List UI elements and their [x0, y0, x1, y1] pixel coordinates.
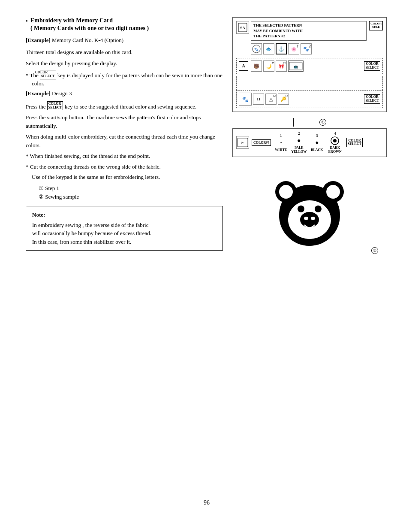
left-column: • Embroidery with Memory Card ( Memory C… — [26, 17, 223, 258]
color-item-3: 3 ♦ BLACK — [309, 133, 325, 152]
icon4: 🌸4 4 — [288, 43, 299, 54]
color-item-1: 1 ·· WHITE — [273, 133, 289, 152]
icon-b1: 11 — [253, 94, 264, 105]
middle-spacer — [236, 76, 383, 90]
dashed-section1: A 🐻 🌙9 9 🎀 10 — [236, 58, 383, 74]
svg-text:🐟: 🐟 — [266, 46, 272, 52]
svg-point-28 — [298, 206, 304, 212]
line2: Select the design by pressing the displa… — [26, 59, 223, 68]
color-row: ✂ COLOR#4 1 ·· WHITE 2 ● — [236, 131, 383, 154]
icon-a2: 🌙9 9 — [263, 60, 274, 72]
icon-b2: △ 12 — [265, 94, 277, 105]
bear-svg — [267, 168, 352, 254]
line3: Press the COLORSELECT key to see the sug… — [26, 101, 223, 111]
content-area: • Embroidery with Memory Card ( Memory C… — [26, 17, 388, 258]
svg-text:⚓: ⚓ — [278, 46, 284, 52]
svg-text:SA: SA — [240, 26, 245, 30]
asterisk3: * Cut the connecting threads on the wron… — [26, 163, 223, 171]
color-select-inline-icon: COLORSELECT — [40, 70, 56, 79]
svg-point-27 — [326, 185, 340, 199]
color-select-top[interactable]: COLORSEL▶ — [369, 21, 383, 30]
icons-row1: 🐾 🐟 ⚓ 🌸4 4 🐾5 5 — [236, 43, 383, 54]
line4: Press the start/stop button. The machine… — [26, 113, 223, 130]
bear-illustration-area: ② — [232, 164, 387, 258]
color-select-3[interactable]: COLORSELECT — [364, 94, 380, 104]
svg-point-25 — [279, 185, 293, 199]
main-diagram-box: SA THE SELECTED PATTERN MAY BE COMBINED … — [232, 17, 387, 112]
arrow-circle1: ① — [293, 118, 326, 127]
step2-item: ② Sewing sample — [39, 193, 223, 202]
dashed-icons-row1: A 🐻 🌙9 9 🎀 10 — [239, 60, 304, 72]
note-line1: In embroidery sewing , the reverse side … — [32, 221, 217, 230]
svg-point-30 — [300, 212, 319, 227]
right-column: SA THE SELECTED PATTERN MAY BE COMBINED … — [232, 17, 388, 258]
svg-text:🌸: 🌸 — [291, 46, 297, 52]
label-A: A — [239, 61, 248, 71]
icon-b0: 🐾 — [239, 93, 252, 106]
note-line2: will occasionally be bumpy because of ex… — [32, 229, 217, 238]
asterisk1: * The COLORSELECT key is displayed only … — [26, 70, 223, 88]
note-box: Note: In embroidery sewing , the reverse… — [26, 206, 223, 251]
svg-point-32 — [311, 217, 315, 220]
color-item-4: 4 DARKBROWN — [327, 131, 343, 154]
page: • Embroidery with Memory Card ( Memory C… — [0, 0, 409, 532]
svg-point-29 — [315, 206, 322, 212]
svg-text:✂: ✂ — [241, 141, 244, 145]
color-select-2[interactable]: COLORSELECT — [364, 61, 380, 71]
top-section: SA THE SELECTED PATTERN MAY BE COMBINED … — [236, 21, 383, 41]
circle2-annotation: ② — [371, 247, 378, 254]
line5: When doing multi-color embroidery, cut t… — [26, 133, 223, 149]
circle1-annotation: ① — [319, 119, 326, 126]
color-item-2: 2 ● PALEYELLOW — [291, 131, 307, 154]
svg-point-21 — [333, 139, 337, 142]
svg-point-31 — [304, 217, 308, 220]
note-title: Note: — [32, 211, 217, 219]
icon-tv: 📺 — [288, 60, 304, 72]
asterisk2: * When finished sewing, cut the thread a… — [26, 152, 223, 160]
color-num-label: COLOR#4 — [252, 139, 271, 146]
arrow-row: ① — [293, 118, 326, 127]
selected-pattern-text: THE SELECTED PATTERN MAY BE COMBINED WIT… — [251, 21, 367, 41]
svg-text:🐻: 🐻 — [253, 63, 259, 69]
icon5: 🐾5 5 — [301, 43, 312, 54]
example1-label: [Example] Memory Card No. K-4 (Option) — [26, 37, 223, 44]
color-select-inline-icon2: COLORSELECT — [47, 101, 63, 111]
machine-icon: ✂ — [236, 136, 249, 149]
line1: Thirteen total designs are available on … — [26, 48, 223, 57]
color-panel: ✂ COLOR#4 1 ·· WHITE 2 ● — [232, 128, 387, 157]
icon-a1: 🐻 — [251, 60, 262, 72]
bullet-point: • Embroidery with Memory Card ( Memory C… — [26, 17, 223, 36]
note-line3: In this case, iron some thin stabilizer … — [32, 238, 217, 246]
dashed-row2: 🐾 11 △ 12 🔑 13 — [239, 93, 380, 106]
bullet-title: Embroidery with Memory Card — [30, 17, 149, 24]
svg-text:🌙: 🌙 — [266, 63, 272, 69]
dashed-icons-row2: 🐾 11 △ 12 🔑 13 — [239, 93, 289, 106]
icon1: 🐾 — [251, 43, 262, 54]
icon-a3: 🎀 10 — [276, 60, 287, 72]
svg-text:🐾: 🐾 — [303, 46, 309, 52]
svg-text:🐾: 🐾 — [254, 47, 259, 51]
line6: Use of the keypad is the same as for emb… — [32, 173, 223, 181]
bullet-subtitle: ( Memory Cards with one or two digit nam… — [30, 25, 149, 32]
svg-text:🐾: 🐾 — [242, 96, 249, 103]
svg-text:📺: 📺 — [294, 64, 298, 69]
icon3: ⚓ — [276, 43, 287, 54]
numbered-list: ① Step 1 ② Sewing sample — [39, 184, 223, 202]
example2-label: [Example] Design 3 — [26, 90, 223, 97]
icon-sap: SA — [236, 21, 249, 34]
icon-b3: 🔑 13 — [278, 94, 289, 105]
page-number: 96 — [26, 491, 388, 506]
dashed-row1: A 🐻 🌙9 9 🎀 10 — [239, 60, 380, 72]
color-select-bottom[interactable]: COLORSELECT — [346, 138, 363, 147]
icon2: 🐟 — [263, 43, 274, 54]
dashed-section2: 🐾 11 △ 12 🔑 13 — [236, 90, 383, 108]
bullet-dot: • — [26, 17, 28, 26]
arrow-line — [293, 118, 294, 127]
step1-item: ① Step 1 — [39, 184, 223, 193]
